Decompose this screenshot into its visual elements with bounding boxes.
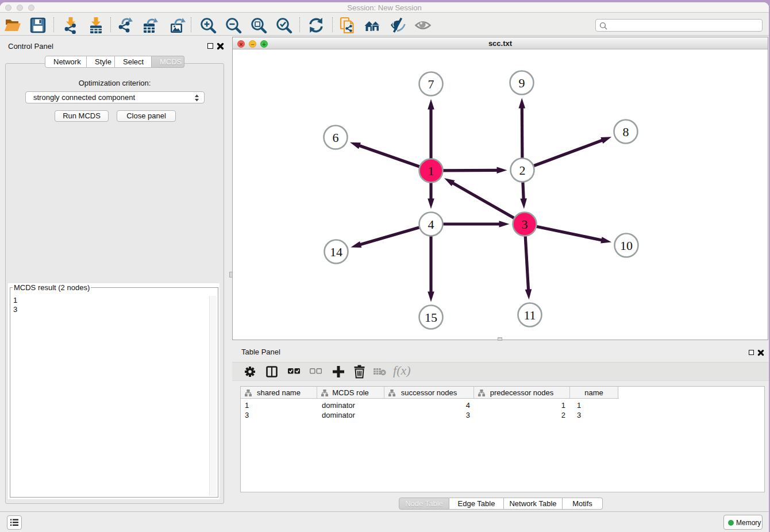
svg-text:10: 10	[620, 238, 633, 253]
svg-text:1: 1	[428, 164, 434, 178]
svg-text:2: 2	[519, 163, 526, 178]
svg-text:3: 3	[522, 217, 528, 232]
svg-text:6: 6	[333, 130, 339, 145]
svg-text:8: 8	[623, 125, 629, 139]
svg-text:15: 15	[425, 310, 437, 325]
svg-text:7: 7	[428, 77, 434, 91]
svg-text:14: 14	[330, 245, 342, 259]
svg-text:4: 4	[428, 217, 434, 232]
svg-text:11: 11	[523, 308, 536, 322]
svg-text:9: 9	[519, 76, 525, 90]
